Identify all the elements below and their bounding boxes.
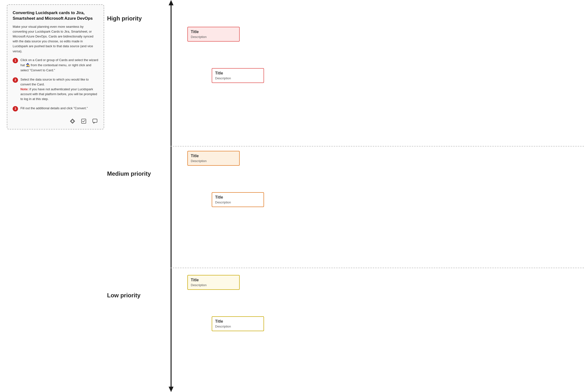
card-l2: Title Description bbox=[212, 316, 264, 331]
card-icons-bar bbox=[13, 116, 98, 124]
step-item-3: 3 Fill out the additional details and cl… bbox=[13, 106, 98, 112]
card-m2-title: Title bbox=[215, 195, 260, 200]
step-item-1: 1 Click on a Card or group of Cards and … bbox=[13, 58, 98, 73]
card-l2-description: Description bbox=[215, 324, 260, 328]
dashed-line-high-medium bbox=[170, 146, 584, 146]
axis-line bbox=[170, 5, 172, 387]
step-text-1: Click on a Card or group of Cards and se… bbox=[20, 58, 98, 73]
medium-priority-label: Medium priority bbox=[107, 170, 151, 177]
axis-arrow-top bbox=[169, 0, 174, 5]
card-m1-description: Description bbox=[191, 159, 236, 163]
dashed-line-medium-low bbox=[170, 268, 584, 268]
info-card: Converting Lucidspark cards to Jira, Sma… bbox=[7, 4, 104, 130]
card-m2-description: Description bbox=[215, 200, 260, 204]
high-priority-label: High priority bbox=[107, 15, 142, 22]
step-number-1: 1 bbox=[13, 58, 18, 63]
chat-bubble-icon[interactable] bbox=[92, 118, 98, 124]
card-l1: Title Description bbox=[187, 275, 240, 290]
diamond-icon[interactable] bbox=[69, 118, 76, 124]
step-text-2: Select the data source to which you woul… bbox=[20, 77, 98, 102]
card-m1-title: Title bbox=[191, 154, 236, 158]
check-square-icon[interactable] bbox=[80, 118, 87, 124]
svg-rect-3 bbox=[93, 119, 97, 122]
step-item-2: 2 Select the data source to which you wo… bbox=[13, 77, 98, 102]
card-h2: Title Description bbox=[212, 68, 264, 83]
info-card-title: Converting Lucidspark cards to Jira, Sma… bbox=[13, 10, 98, 22]
step-number-2: 2 bbox=[13, 78, 18, 83]
card-l1-title: Title bbox=[191, 278, 236, 282]
card-m2: Title Description bbox=[212, 192, 264, 207]
step-text-3: Fill out the additional details and clic… bbox=[20, 106, 88, 111]
card-h2-title: Title bbox=[215, 71, 260, 76]
priority-axis bbox=[170, 0, 172, 392]
step-list: 1 Click on a Card or group of Cards and … bbox=[13, 58, 98, 112]
card-h1: Title Description bbox=[187, 27, 240, 42]
card-m1: Title Description bbox=[187, 151, 240, 166]
card-l1-description: Description bbox=[191, 283, 236, 287]
card-h1-description: Description bbox=[191, 35, 236, 39]
step-number-3: 3 bbox=[13, 106, 18, 112]
card-h1-title: Title bbox=[191, 30, 236, 34]
info-card-description: Make your visual planning even more seam… bbox=[13, 24, 98, 54]
low-priority-label: Low priority bbox=[107, 292, 140, 299]
card-h2-description: Description bbox=[215, 76, 260, 80]
card-l2-title: Title bbox=[215, 319, 260, 324]
axis-arrow-bottom bbox=[169, 387, 174, 392]
